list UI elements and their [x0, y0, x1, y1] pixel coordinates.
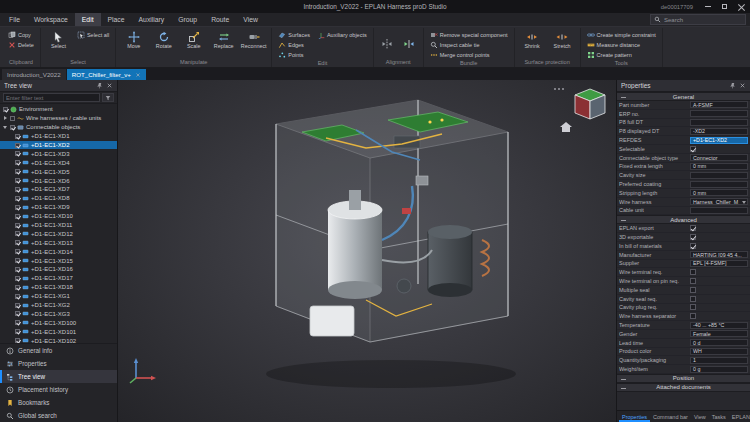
- sidebar-item-tree-view[interactable]: Tree view: [0, 370, 117, 383]
- menu-tab-edit[interactable]: Edit: [75, 13, 101, 26]
- eplan-export-checkbox[interactable]: [690, 225, 696, 231]
- merge-button[interactable]: [400, 29, 419, 58]
- panel-close-icon[interactable]: [106, 82, 113, 89]
- visibility-checkbox[interactable]: [15, 240, 20, 245]
- wire-harness-separator-checkbox[interactable]: [690, 313, 696, 319]
- 3d-viewport[interactable]: [118, 80, 616, 422]
- preferred-coating-value[interactable]: [690, 181, 748, 188]
- connectable-object-type-value[interactable]: Connector: [690, 154, 748, 161]
- tree-item-d1-ec1-xd17[interactable]: +D1-EC1-XD17: [0, 274, 117, 283]
- visibility-checkbox[interactable]: [15, 178, 20, 183]
- visibility-checkbox[interactable]: [15, 303, 20, 308]
- tree-item-d1-ec1-xd9[interactable]: +D1-EC1-XD9: [0, 203, 117, 212]
- menu-tab-place[interactable]: Place: [101, 13, 132, 26]
- weight-item-value[interactable]: 0 g: [690, 366, 748, 373]
- tree-item-d1-ec1-xd4[interactable]: +D1-EC1-XD4: [0, 158, 117, 167]
- visibility-checkbox[interactable]: [10, 116, 15, 121]
- stretch-button[interactable]: Stretch: [549, 29, 576, 58]
- quantity-packaging-value[interactable]: 1: [690, 357, 748, 364]
- visibility-checkbox[interactable]: [15, 249, 20, 254]
- lead-time-value[interactable]: 0 d: [690, 339, 748, 346]
- visibility-checkbox[interactable]: [15, 187, 20, 192]
- cavity-seal-req-checkbox[interactable]: [690, 296, 696, 302]
- tree-item-d1-ec1-xd1[interactable]: +D1-EC1-XD1: [0, 132, 117, 141]
- merge-control-points-button[interactable]: Merge control points: [428, 50, 510, 59]
- 3d-exportable-checkbox[interactable]: [690, 234, 696, 240]
- sidebar-item-placement-history[interactable]: Placement history: [0, 383, 117, 396]
- menu-tab-route[interactable]: Route: [204, 13, 236, 26]
- panel-close-icon[interactable]: [739, 82, 746, 89]
- measure-distance-button[interactable]: Measure distance: [585, 40, 658, 49]
- select-all-button[interactable]: Select all: [75, 30, 111, 39]
- supplier-value[interactable]: EPL [4-FSMF]: [690, 260, 748, 267]
- refdes-value[interactable]: +D1-EC1-XD2: [690, 137, 748, 144]
- wire-terminal-on-pin-req-checkbox[interactable]: [690, 278, 696, 284]
- menu-tab-auxiliary[interactable]: Auxiliary: [132, 13, 172, 26]
- close-button[interactable]: [733, 0, 750, 13]
- tree-item-d1-ec1-xd102[interactable]: +D1-EC1-XD102: [0, 336, 117, 343]
- surfaces-button[interactable]: Surfaces: [276, 30, 312, 39]
- document-tab-introduction-v2022[interactable]: Introduction_V2022: [2, 69, 66, 80]
- visibility-checkbox[interactable]: [15, 294, 20, 299]
- tree-item-d1-ec1-xd7[interactable]: +D1-EC1-XD7: [0, 185, 117, 194]
- tree-item-d1-ec1-xg2[interactable]: +D1-EC1-XG2: [0, 301, 117, 310]
- menu-tab-view[interactable]: View: [236, 13, 265, 26]
- menu-tab-workspace[interactable]: Workspace: [27, 13, 75, 26]
- fixed-extra-length-value[interactable]: 0 mm: [690, 163, 748, 170]
- move-button[interactable]: Move: [120, 29, 147, 58]
- chiller-3d-model[interactable]: [206, 90, 556, 406]
- points-button[interactable]: Points: [276, 50, 312, 59]
- tree-item-d1-ec1-xd11[interactable]: +D1-EC1-XD11: [0, 221, 117, 230]
- tree-item-d1-ec1-xd8[interactable]: +D1-EC1-XD8: [0, 194, 117, 203]
- visibility-checkbox[interactable]: [15, 169, 20, 174]
- p8-full-dt-value[interactable]: [690, 119, 748, 126]
- rotate-button[interactable]: Rotate: [150, 29, 177, 58]
- selectable-checkbox[interactable]: [690, 146, 696, 152]
- filter-button[interactable]: [102, 93, 114, 102]
- visibility-checkbox[interactable]: [15, 338, 20, 343]
- visibility-checkbox[interactable]: [15, 205, 20, 210]
- wire-harness-value[interactable]: Harness_Chiller_M: [690, 198, 748, 205]
- p8-displayed-dt-value[interactable]: -XD2: [690, 128, 748, 135]
- visibility-checkbox[interactable]: [15, 276, 20, 281]
- tree-item-d1-ec1-xg3[interactable]: +D1-EC1-XG3: [0, 309, 117, 318]
- erp-no-value[interactable]: [690, 110, 748, 117]
- visibility-checkbox[interactable]: [15, 285, 20, 290]
- tree-item-d1-ec1-xd14[interactable]: +D1-EC1-XD14: [0, 247, 117, 256]
- tree-item-d1-ec1-xd3[interactable]: +D1-EC1-XD3: [0, 149, 117, 158]
- delete-button[interactable]: Delete: [6, 40, 36, 49]
- section-header-advanced[interactable]: Advanced: [617, 215, 750, 224]
- document-tab-rot-chiller-filter-v[interactable]: ROT_Chiller_filter_v+: [67, 69, 146, 80]
- search-input[interactable]: [664, 17, 742, 23]
- visibility-checkbox[interactable]: [15, 214, 20, 219]
- tree-item-connectable-objects[interactable]: Connectable objects: [0, 123, 117, 132]
- temperature-value[interactable]: -40 ... +85 °C: [690, 322, 748, 329]
- tab-properties[interactable]: Properties: [619, 411, 650, 422]
- visibility-checkbox[interactable]: [15, 231, 20, 236]
- home-view-button[interactable]: [560, 122, 572, 132]
- tab-eplan-import[interactable]: EPLAN import: [729, 411, 750, 422]
- visibility-checkbox[interactable]: [15, 143, 20, 148]
- copy-button[interactable]: Copy: [6, 30, 36, 39]
- tree-item-d1-ec1-xd6[interactable]: +D1-EC1-XD6: [0, 176, 117, 185]
- visibility-checkbox[interactable]: [15, 196, 20, 201]
- tree-item-d1-ec1-xd16[interactable]: +D1-EC1-XD16: [0, 265, 117, 274]
- menu-tab-group[interactable]: Group: [171, 13, 204, 26]
- visibility-checkbox[interactable]: [15, 311, 20, 316]
- viewport-overflow-icon[interactable]: [554, 88, 564, 90]
- chevron-right-icon[interactable]: [3, 116, 8, 121]
- cavity-size-value[interactable]: [690, 172, 748, 179]
- tab-command-bar[interactable]: Command bar: [650, 411, 691, 422]
- minimize-button[interactable]: [699, 0, 716, 13]
- section-header-general[interactable]: General: [617, 92, 750, 101]
- shrink-button[interactable]: Shrink: [519, 29, 546, 58]
- visibility-checkbox[interactable]: [15, 151, 20, 156]
- create-simple-constraint-button[interactable]: Create simple constraint: [585, 30, 658, 39]
- part-number-value[interactable]: A-FSMF: [690, 101, 748, 108]
- tree-item-d1-ec1-xd15[interactable]: +D1-EC1-XD15: [0, 256, 117, 265]
- inspect-cable-tie-button[interactable]: Inspect cable tie: [428, 40, 510, 49]
- visibility-checkbox[interactable]: [15, 329, 20, 334]
- auxiliary-objects-button[interactable]: Auxiliary objects: [315, 30, 369, 39]
- visibility-checkbox[interactable]: [15, 258, 20, 263]
- section-header-attached-documents[interactable]: Attached documents: [617, 383, 750, 392]
